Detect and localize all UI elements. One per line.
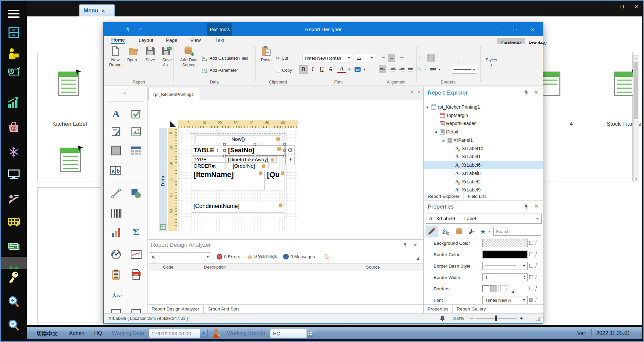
column-code[interactable]: Code [163, 265, 173, 270]
border-color-dropdown-icon[interactable]: ▼ [423, 65, 427, 74]
chevron-down-icon[interactable]: ▼ [347, 56, 351, 60]
tab-group-and-sort[interactable]: Group And Sort [204, 305, 243, 313]
align-left-button[interactable] [379, 65, 386, 73]
property-row-font[interactable]: Font Times New R▼ f [424, 295, 543, 305]
label-orderno[interactable]: [OrderNo] [226, 163, 269, 169]
favorites-star-icon[interactable]: ★ [478, 226, 488, 237]
font-size-combo[interactable]: 12▼ [355, 54, 375, 62]
tree-item-detail[interactable]: ◢ Detail [424, 128, 543, 136]
border-width-spinner[interactable]: 1▲▼ [482, 273, 528, 281]
sidebar-item-bus-icon[interactable] [7, 215, 21, 229]
label-order[interactable]: ORDER#: [192, 163, 226, 169]
save-button[interactable]: Save [143, 46, 158, 63]
align-bottom-button[interactable] [398, 54, 406, 62]
scroll-down-icon[interactable]: ▼ [634, 176, 639, 182]
property-checkbox[interactable] [529, 264, 533, 268]
selection-handle[interactable] [223, 149, 226, 152]
pin-icon[interactable] [524, 204, 528, 209]
column-source[interactable]: Source [366, 265, 380, 270]
tile-kitchen-label[interactable]: Kitchen Label [38, 121, 102, 127]
line-weight-button[interactable] [429, 65, 437, 74]
tree-item-reportheader[interactable]: ReportHeader1 [424, 119, 543, 127]
highlight-button[interactable]: ab [354, 65, 362, 74]
font-color-dropdown-icon[interactable]: ▼ [347, 65, 352, 74]
app-restore-button[interactable]: ❐ [616, 2, 628, 11]
sidebar-item-frozen-icon[interactable] [7, 145, 21, 159]
strikethrough-button[interactable]: S [327, 65, 335, 74]
chevron-down-icon[interactable]: ▼ [536, 217, 539, 220]
toolbox-pdf-tool[interactable]: PDF [130, 269, 142, 280]
column-description[interactable]: Description [204, 265, 226, 270]
fx-icon[interactable]: f [535, 285, 537, 291]
border-bottom-button[interactable] [463, 54, 470, 62]
ribbon-tab-text[interactable]: Text [215, 36, 224, 44]
document-close-icon[interactable]: × [418, 89, 421, 95]
report-page[interactable]: Now() TABLE : [SeatNo] TYPE : [DineInTak… [178, 128, 298, 231]
toolbox-table-tool[interactable] [130, 145, 142, 156]
align-justify-button[interactable] [407, 65, 414, 73]
chevron-down-icon[interactable]: ▼ [206, 255, 209, 259]
border-left-button[interactable] [439, 54, 446, 62]
toolbox-barcode-tool[interactable] [110, 208, 122, 219]
new-report-button[interactable]: New Report [107, 46, 124, 68]
add-calculated-field-button[interactable]: fx Add Calculated Field [202, 54, 248, 62]
property-row-background-color[interactable]: Background Color f [424, 238, 543, 248]
user-label[interactable]: Admin [69, 330, 84, 336]
chevron-down-icon[interactable]: ▼ [488, 230, 491, 233]
working-branch-field[interactable]: HQ [270, 329, 314, 338]
copy-button[interactable]: Copy [276, 66, 292, 74]
fx-icon[interactable]: f [535, 297, 537, 302]
fx-icon[interactable]: f [535, 240, 537, 245]
border-all-button[interactable] [427, 54, 435, 62]
calendar-dropdown-icon[interactable]: ▼ [200, 329, 207, 338]
app-minimize-button[interactable]: ─ [601, 2, 612, 11]
label-quantity[interactable]: [Qu [266, 170, 284, 190]
tab-menu[interactable]: Menu × [79, 4, 115, 16]
close-icon[interactable]: ✕ [534, 203, 539, 209]
kitchen-label-tile-icon[interactable] [56, 69, 83, 98]
expander-icon[interactable]: ◢ [442, 138, 444, 142]
tab-report-explorer[interactable]: Report Explorer [424, 192, 464, 201]
background-color-swatch[interactable] [482, 239, 528, 247]
chevron-down-icon[interactable]: ▼ [473, 68, 476, 71]
font-combo[interactable]: Times New R▼ [482, 296, 528, 304]
toolbox-line-tool[interactable] [110, 188, 122, 199]
tile-partial-label[interactable]: 4 [565, 121, 578, 127]
bell-icon[interactable] [440, 316, 445, 321]
language-switch-button[interactable]: 切换中文 [36, 329, 58, 337]
document-tab[interactable]: rpt_KitchenPrinting1 [148, 88, 199, 100]
branch-lookup-icon[interactable] [307, 329, 314, 338]
property-checkbox[interactable] [529, 252, 533, 256]
toolbox-checkbox-tool[interactable] [130, 108, 142, 119]
sidebar-item-cash-receipt-icon[interactable]: $ [7, 65, 21, 79]
tab-report-design-analyzer[interactable]: Report Design Analyzer [148, 305, 204, 313]
label-now[interactable]: Now() [195, 135, 281, 142]
redo-icon[interactable]: ↱ [136, 25, 145, 34]
align-top-button[interactable] [380, 54, 387, 62]
analyzer-filter-combo[interactable]: All▼ [150, 252, 211, 261]
label-table[interactable]: TABLE : [192, 146, 226, 156]
toolbox-collapse-icon[interactable]: ‹ [120, 89, 129, 97]
tab-field-list[interactable]: Field List [464, 192, 490, 201]
site-label[interactable]: HQ [94, 330, 102, 336]
font-family-combo[interactable]: Times New Roman▼ [303, 54, 352, 62]
open-button[interactable]: Open... [125, 46, 142, 63]
sidebar-item-key-icon[interactable] [7, 271, 21, 285]
toolbox-label-tool[interactable]: A [110, 108, 122, 119]
expander-icon[interactable]: ◢ [434, 130, 437, 133]
zoom-in-icon[interactable] [7, 295, 21, 309]
sidebar-item-display-icon[interactable] [7, 168, 21, 182]
pin-icon[interactable] [403, 242, 407, 247]
second-tile-icon[interactable] [58, 145, 85, 174]
designer-minimize-button[interactable]: ─ [489, 23, 506, 36]
tab-properties[interactable]: Properties [424, 305, 453, 313]
label-seatno-selected[interactable]: [SeatNo] [226, 146, 284, 156]
border-box-button[interactable] [419, 54, 426, 62]
label-type[interactable]: TYPE : [192, 156, 226, 163]
property-checkbox[interactable] [529, 287, 533, 290]
toolbox-panel-tool[interactable] [110, 145, 122, 156]
close-icon[interactable]: ✕ [413, 242, 418, 248]
undo-icon[interactable]: ↰ [123, 25, 132, 34]
toolbox-shape-tool[interactable] [130, 188, 142, 199]
tab-close-icon[interactable]: × [102, 8, 105, 13]
